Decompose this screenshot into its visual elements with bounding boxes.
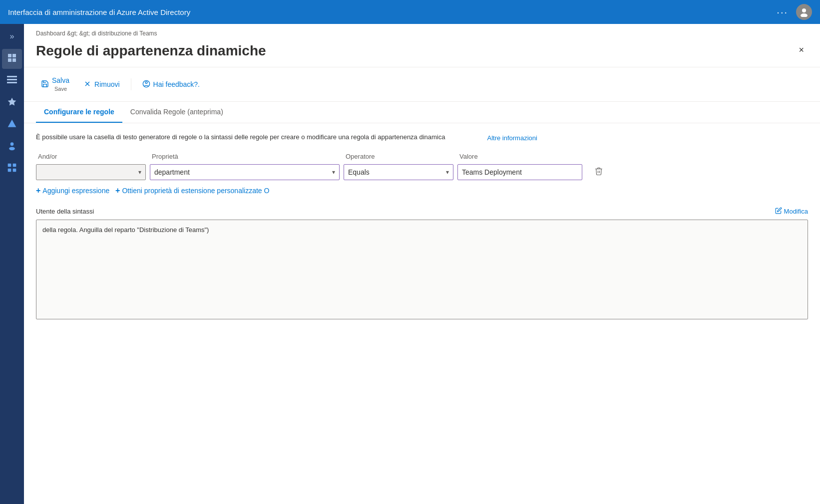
breadcrumb-text: Dashboard &gt; &gt; di distribuzione di …	[36, 30, 157, 37]
and-or-chevron-icon: ▾	[138, 169, 141, 176]
edit-syntax-button[interactable]: Modifica	[775, 207, 808, 216]
svg-rect-16	[13, 168, 16, 172]
svg-rect-3	[12, 54, 16, 57]
topbar-right: ···	[777, 4, 812, 20]
remove-label: Rimuovi	[94, 80, 120, 88]
azure-icon	[7, 119, 17, 131]
remove-button[interactable]: Rimuovi	[78, 77, 125, 92]
apps-icon	[7, 163, 17, 175]
page-header: Regole di appartenenza dinamiche ×	[24, 39, 820, 67]
property-value: department	[154, 168, 190, 176]
rule-builder: And/or Proprietà Operatore Valore ▾ de	[36, 153, 808, 321]
svg-point-12	[9, 147, 15, 150]
delete-rule-button[interactable]	[586, 165, 611, 180]
svg-point-11	[10, 142, 14, 146]
info-text: È possibile usare la casella di testo ge…	[36, 133, 445, 141]
edit-icon	[775, 207, 782, 216]
svg-rect-8	[7, 82, 17, 83]
add-expression-separator	[111, 187, 113, 195]
sidebar: »	[0, 24, 24, 504]
sidebar-item-dashboard[interactable]	[2, 49, 22, 69]
header-value: Valore	[459, 153, 584, 160]
svg-marker-10	[8, 119, 16, 127]
list-icon	[7, 76, 17, 86]
svg-rect-4	[8, 58, 11, 62]
svg-rect-5	[12, 58, 16, 62]
syntax-header: Utente della sintassi Modifica	[36, 207, 808, 216]
star-icon	[7, 97, 17, 109]
tabs: Configurare le regole Convalida Regole (…	[24, 102, 820, 123]
svg-rect-6	[7, 76, 17, 77]
syntax-label: Utente della sintassi	[36, 208, 94, 215]
topbar: Interfaccia di amministrazione di Azure …	[0, 0, 820, 24]
sidebar-item-favorites[interactable]	[2, 93, 22, 113]
property-select[interactable]: department ▾	[150, 164, 340, 180]
learn-more-link[interactable]: Altre informazioni	[487, 134, 537, 142]
operator-select[interactable]: Equals ▾	[344, 164, 453, 180]
syntax-section: Utente della sintassi Modifica	[36, 207, 808, 321]
content-area: È possibile usare la casella di testo ge…	[24, 123, 820, 331]
svg-marker-9	[8, 97, 16, 105]
feedback-icon	[142, 80, 150, 89]
header-property: Proprietà	[152, 153, 342, 160]
edit-label: Modifica	[784, 208, 808, 215]
sidebar-item-azure[interactable]	[2, 115, 22, 135]
feedback-label: Hai feedback?.	[153, 80, 200, 88]
operator-value: Equals	[348, 168, 370, 176]
save-button[interactable]: Salva Save	[36, 73, 74, 95]
add-expression-button[interactable]: + Aggiungi espressione	[36, 186, 109, 195]
rule-headers: And/or Proprietà Operatore Valore	[36, 153, 808, 160]
add-expression-plus-icon: +	[36, 186, 40, 195]
feedback-button[interactable]: Hai feedback?.	[137, 77, 205, 92]
page-title: Regole di appartenenza dinamiche	[36, 43, 266, 59]
add-expression-label: Aggiungi espressione	[42, 187, 109, 195]
and-or-select[interactable]: ▾	[36, 164, 146, 180]
dashboard-icon	[7, 53, 17, 65]
svg-point-20	[145, 81, 147, 83]
syntax-textarea[interactable]	[36, 220, 808, 319]
save-icon	[41, 80, 49, 89]
svg-rect-14	[13, 163, 16, 167]
topbar-title: Interfaccia di amministrazione di Azure …	[8, 8, 190, 16]
delete-icon	[594, 167, 603, 178]
header-and-or: And/or	[38, 153, 148, 160]
layout: »	[0, 24, 820, 504]
svg-rect-13	[8, 163, 11, 167]
get-props-plus-icon: +	[115, 186, 120, 195]
header-actions	[588, 153, 613, 160]
breadcrumb: Dashboard &gt; &gt; di distribuzione di …	[24, 24, 820, 39]
sidebar-item-apps[interactable]	[2, 159, 22, 179]
operator-chevron-icon: ▾	[446, 169, 449, 176]
get-extension-properties-button[interactable]: + Ottieni proprietà di estensione person…	[115, 186, 269, 195]
main-content: Dashboard &gt; &gt; di distribuzione di …	[24, 24, 820, 504]
svg-rect-15	[8, 168, 11, 172]
remove-icon	[83, 80, 91, 89]
tab-validate-rules[interactable]: Convalida Regole (anteprima)	[122, 102, 231, 123]
header-operator: Operatore	[346, 153, 455, 160]
svg-rect-2	[8, 54, 11, 57]
save-label: Salva Save	[52, 76, 69, 92]
sidebar-item-users[interactable]	[2, 137, 22, 157]
svg-rect-7	[7, 79, 17, 80]
tab-configure-rules[interactable]: Configurare le regole	[36, 102, 122, 123]
sidebar-item-list[interactable]	[2, 71, 22, 91]
rule-row: ▾ department ▾ Equals ▾	[36, 164, 808, 180]
toolbar: Salva Save Rimuovi Hai feedback?.	[24, 67, 820, 102]
topbar-avatar[interactable]	[796, 4, 812, 20]
svg-point-0	[802, 8, 806, 12]
toolbar-divider	[131, 78, 131, 90]
close-button[interactable]: ×	[795, 43, 808, 57]
info-row: È possibile usare la casella di testo ge…	[36, 133, 808, 143]
value-input[interactable]	[457, 164, 582, 180]
add-expression-row: + Aggiungi espressione + Ottieni proprie…	[36, 186, 808, 195]
topbar-dots-button[interactable]: ···	[777, 6, 788, 18]
svg-point-1	[801, 13, 808, 17]
sidebar-expand-button[interactable]: »	[0, 28, 24, 45]
property-chevron-icon: ▾	[332, 169, 335, 176]
users-icon	[7, 141, 17, 153]
get-props-label: Ottieni proprietà di estensione personal…	[122, 187, 269, 195]
